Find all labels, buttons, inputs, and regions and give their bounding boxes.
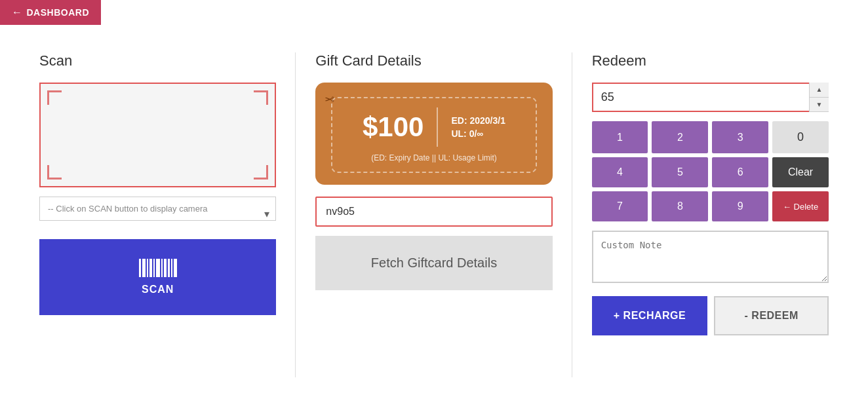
spinner-down[interactable]: ▼ (810, 98, 829, 113)
giftcard-panel-title: Gift Card Details (315, 52, 552, 69)
scan-corner-bl (47, 165, 62, 180)
recharge-button[interactable]: + RECHARGE (592, 296, 708, 335)
scan-button-label: SCAN (142, 284, 174, 295)
scan-button[interactable]: SCAN (39, 239, 276, 315)
giftcard-code-input[interactable] (315, 197, 552, 227)
scan-corner-br (254, 165, 268, 180)
scan-panel: Scan -- Click on SCAN button to display … (20, 52, 296, 377)
keypad: 1 2 3 0 4 5 6 Clear 7 8 9 ← Delete (592, 121, 829, 221)
gift-card-top: $100 ED: 2020/3/1 UL: 0/∞ (363, 107, 505, 147)
dashboard-button[interactable]: DASHBOARD (0, 0, 101, 25)
gift-card-amount: $100 (363, 111, 424, 143)
gift-card-info: ED: 2020/3/1 UL: 0/∞ (451, 115, 505, 139)
key-5[interactable]: 5 (652, 157, 708, 187)
gift-card: ✂ $100 ED: 2020/3/1 UL: 0/∞ (ED: Expiry … (315, 83, 552, 185)
redeem-amount-input[interactable] (592, 83, 829, 112)
gift-card-inner: $100 ED: 2020/3/1 UL: 0/∞ (ED: Expiry Da… (331, 97, 536, 173)
scan-corner-tl (47, 90, 62, 105)
key-2[interactable]: 2 (652, 121, 708, 153)
gift-card-expiry: ED: 2020/3/1 (451, 115, 505, 126)
fetch-giftcard-button[interactable]: Fetch Giftcard Details (315, 236, 552, 290)
scan-dropdown-wrapper[interactable]: -- Click on SCAN button to display camer… (39, 197, 276, 230)
key-0[interactable]: 0 (772, 121, 829, 153)
key-6[interactable]: 6 (712, 157, 768, 187)
gift-card-legend: (ED: Expiry Date || UL: Usage Limit) (371, 153, 497, 162)
key-1[interactable]: 1 (592, 121, 648, 153)
key-8[interactable]: 8 (652, 191, 708, 221)
giftcard-panel: Gift Card Details ✂ $100 ED: 2020/3/1 UL… (296, 52, 572, 377)
gift-card-usage: UL: 0/∞ (451, 128, 505, 139)
gift-card-divider (437, 107, 438, 147)
key-3[interactable]: 3 (712, 121, 768, 153)
scissors-icon: ✂ (325, 92, 334, 106)
custom-note-input[interactable] (592, 231, 829, 283)
action-buttons: + RECHARGE - REDEEM (592, 296, 829, 335)
scan-camera-dropdown[interactable]: -- Click on SCAN button to display camer… (39, 197, 276, 221)
main-layout: Scan -- Click on SCAN button to display … (0, 0, 868, 397)
scan-viewport (39, 83, 276, 187)
spinner-up[interactable]: ▲ (810, 83, 829, 98)
redeem-panel: Redeem ▲ ▼ 1 2 3 0 4 5 6 Clear 7 8 9 ← D… (572, 52, 848, 377)
key-9[interactable]: 9 (712, 191, 768, 221)
key-7[interactable]: 7 (592, 191, 648, 221)
redeem-amount-wrapper: ▲ ▼ (592, 83, 829, 112)
key-clear[interactable]: Clear (772, 157, 829, 187)
key-delete[interactable]: ← Delete (772, 191, 829, 221)
barcode-icon (139, 259, 177, 277)
key-4[interactable]: 4 (592, 157, 648, 187)
redeem-panel-title: Redeem (592, 52, 829, 69)
scan-panel-title: Scan (39, 52, 276, 69)
redeem-button[interactable]: - REDEEM (714, 296, 829, 335)
redeem-spinner: ▲ ▼ (809, 83, 829, 112)
scan-corner-tr (254, 90, 268, 105)
